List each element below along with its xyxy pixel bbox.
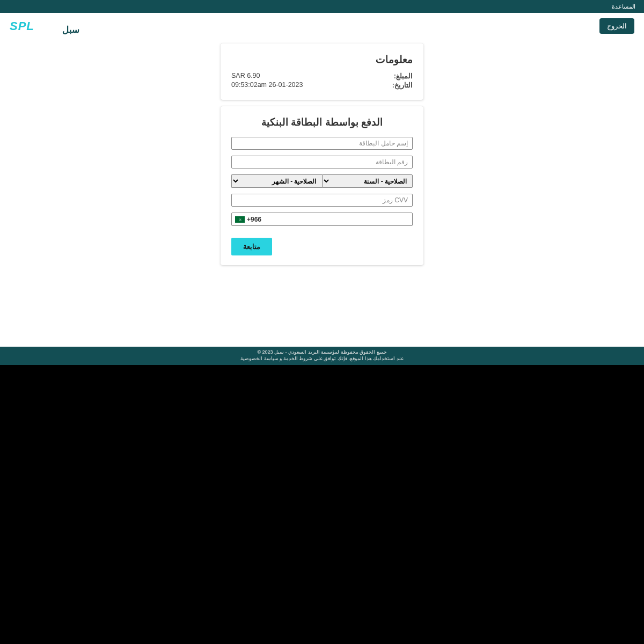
payment-card: الدفع بواسطة البطاقة البنكية الصلاحية - … bbox=[221, 106, 423, 265]
info-row-date: التاريخ: 09:53:02am 26-01-2023 bbox=[231, 81, 413, 89]
header-row: الخروج سبل SPL bbox=[0, 13, 644, 36]
logo: سبل SPL bbox=[10, 19, 55, 33]
privacy-link[interactable]: سياسة الخصوصية bbox=[240, 356, 279, 361]
footer-copyright: جميع الحقوق محفوظة لمؤسسة البريد السعودي… bbox=[0, 349, 644, 356]
main-area: الخروج سبل SPL معلومات المبلغ: SAR 6.90 … bbox=[0, 13, 644, 347]
footer-agreement: عند استخدامك هذا الموقع، فإنك توافق على … bbox=[240, 356, 404, 361]
date-value: 09:53:02am 26-01-2023 bbox=[231, 81, 303, 89]
content-center: معلومات المبلغ: SAR 6.90 التاريخ: 09:53:… bbox=[0, 36, 644, 265]
info-row-amount: المبلغ: SAR 6.90 bbox=[231, 72, 413, 80]
phone-input[interactable] bbox=[261, 216, 409, 223]
date-label: التاريخ: bbox=[392, 81, 413, 89]
cardholder-input[interactable] bbox=[231, 137, 413, 150]
logo-arabic: سبل bbox=[62, 25, 79, 35]
expiry-row: الصلاحية - السنة الصلاحية - الشهر bbox=[231, 174, 413, 188]
amount-value: SAR 6.90 bbox=[231, 72, 260, 80]
exit-button[interactable]: الخروج bbox=[599, 18, 634, 34]
logo-english: SPL bbox=[10, 19, 34, 33]
expiry-month-select[interactable]: الصلاحية - الشهر bbox=[231, 174, 322, 188]
payment-title: الدفع بواسطة البطاقة البنكية bbox=[231, 116, 413, 128]
footer-and: و bbox=[279, 356, 283, 361]
help-link[interactable]: المساعدة bbox=[612, 3, 635, 10]
terms-link[interactable]: شروط الخدمة bbox=[283, 356, 313, 361]
cardnumber-input[interactable] bbox=[231, 156, 413, 169]
continue-button[interactable]: متابعة bbox=[231, 238, 272, 255]
phone-row[interactable]: ⚔ +966 bbox=[231, 213, 413, 226]
footer: جميع الحقوق محفوظة لمؤسسة البريد السعودي… bbox=[0, 347, 644, 365]
saudi-flag-icon: ⚔ bbox=[235, 216, 245, 223]
footer-prefix: عند استخدامك هذا الموقع، فإنك توافق على bbox=[312, 356, 404, 361]
dial-code: +966 bbox=[247, 216, 261, 223]
cvv-input[interactable] bbox=[231, 194, 413, 207]
amount-label: المبلغ: bbox=[394, 72, 413, 80]
expiry-year-select[interactable]: الصلاحية - السنة bbox=[322, 174, 413, 188]
info-card: معلومات المبلغ: SAR 6.90 التاريخ: 09:53:… bbox=[221, 43, 423, 100]
top-bar: المساعدة bbox=[0, 0, 644, 13]
info-title: معلومات bbox=[231, 53, 413, 65]
